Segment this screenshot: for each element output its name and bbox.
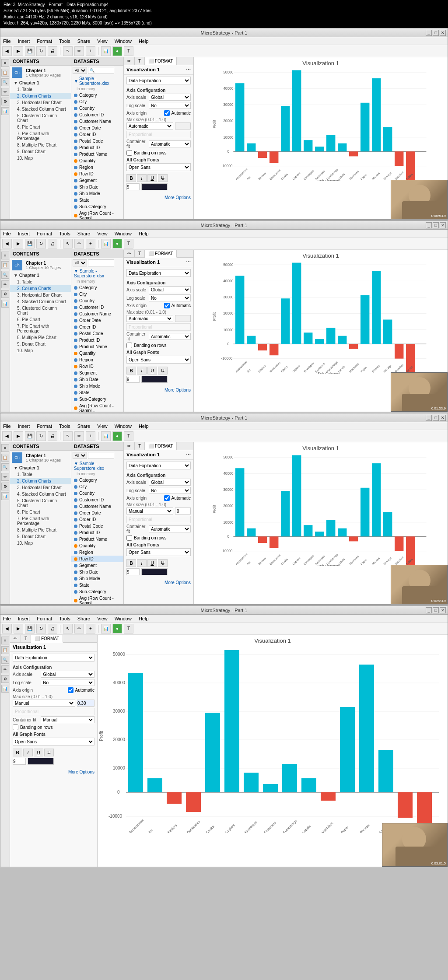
contents-pie-pct-1[interactable]: 7. Pie Chart with Percentage xyxy=(10,130,71,142)
toolbar-save-4[interactable]: 💾 xyxy=(25,624,35,634)
container-fit-select-3[interactable]: Automatic xyxy=(149,525,191,532)
ds-customername-3[interactable]: Customer Name xyxy=(71,503,123,510)
menu-window-2[interactable]: Window xyxy=(114,231,133,236)
bold-btn-2[interactable]: B xyxy=(126,367,136,374)
menu-tools-2[interactable]: Tools xyxy=(58,231,71,236)
ds-country-2[interactable]: Country xyxy=(71,298,123,304)
menu-tools-4[interactable]: Tools xyxy=(58,616,71,621)
italic-btn-4[interactable]: I xyxy=(23,749,33,756)
toolbar-edit-3[interactable]: ✏ xyxy=(74,431,84,441)
nav-icon-3[interactable]: 🔍 xyxy=(1,78,9,86)
font-size-input-4[interactable] xyxy=(13,758,26,765)
toolbar-back-1[interactable]: ◀ xyxy=(2,46,12,56)
toolbar-green-2[interactable]: ● xyxy=(112,239,122,248)
ds-shipdate-3[interactable]: Ship Date xyxy=(71,569,123,575)
tab-t-4[interactable]: T xyxy=(21,635,31,642)
ds-shipmode-2[interactable]: Ship Mode xyxy=(71,383,123,389)
container-fit-select-1[interactable]: Automatic xyxy=(149,140,191,147)
max-size-input-4[interactable] xyxy=(77,700,94,707)
ds-qty-1[interactable]: Quantity xyxy=(71,158,123,164)
ds-qty-2[interactable]: Quantity xyxy=(71,350,123,357)
menu-file-3[interactable]: File xyxy=(2,424,12,429)
ds-avg-1[interactable]: Avg (Row Count - Sampl... xyxy=(71,210,123,219)
close-btn-4[interactable]: ✕ xyxy=(440,607,446,613)
toolbar-cursor-1[interactable]: ↖ xyxy=(63,46,73,56)
ds-city-3[interactable]: City xyxy=(71,483,123,490)
ds-productid-3[interactable]: Product ID xyxy=(71,529,123,536)
ds-avg-2[interactable]: Avg (Row Count - Sampl... xyxy=(71,402,123,412)
contents-table-1[interactable]: 1. Table xyxy=(10,86,71,93)
toolbar-text-1[interactable]: T xyxy=(124,46,133,56)
ds-shipmode-3[interactable]: Ship Mode xyxy=(71,575,123,582)
max-size-input-2[interactable] xyxy=(175,315,191,322)
menu-help-4[interactable]: Help xyxy=(138,616,150,621)
max-size-input-3[interactable] xyxy=(175,508,191,514)
tab-format-4[interactable]: ⬜ FORMAT xyxy=(31,635,63,643)
tab-pencil-4[interactable]: ✏ xyxy=(10,635,21,642)
ds-region-1[interactable]: Region xyxy=(71,164,123,171)
ds-country-3[interactable]: Country xyxy=(71,490,123,497)
ds-customername-1[interactable]: Customer Name xyxy=(71,118,123,125)
ds-postal-3[interactable]: Postal Code xyxy=(71,523,123,529)
menu-share-3[interactable]: Share xyxy=(77,424,91,429)
contents-donut-2[interactable]: 9. Donut Chart xyxy=(10,341,71,347)
underline-btn-3[interactable]: U xyxy=(147,559,157,567)
menu-view-4[interactable]: View xyxy=(96,616,108,621)
contents-pie-pct-3[interactable]: 7. Pie Chart with Percentage xyxy=(10,515,71,527)
nav-icon-2[interactable]: 📋 xyxy=(1,69,9,77)
nav-icon-4-1[interactable]: ≡ xyxy=(1,637,9,644)
menu-file-1[interactable]: File xyxy=(2,38,12,44)
underline-btn-2[interactable]: U xyxy=(147,367,157,374)
nav-icon-4[interactable]: ✏ xyxy=(1,88,9,96)
ds-category-1[interactable]: Category xyxy=(71,92,123,98)
nav-icon-2-6[interactable]: 📊 xyxy=(1,300,9,308)
toolbar-refresh-3[interactable]: ↻ xyxy=(36,431,46,441)
ds-postal-2[interactable]: Postal Code xyxy=(71,330,123,337)
menu-tools-3[interactable]: Tools xyxy=(58,424,71,429)
italic-btn-2[interactable]: I xyxy=(137,367,147,374)
menu-share-2[interactable]: Share xyxy=(77,231,91,236)
menu-insert-3[interactable]: Insert xyxy=(17,424,31,429)
toolbar-green-1[interactable]: ● xyxy=(112,46,122,56)
ds-region-3[interactable]: Region xyxy=(71,549,123,556)
underline-btn-4[interactable]: U xyxy=(34,749,43,756)
ds-category-3[interactable]: Category xyxy=(71,477,123,483)
font-size-input-1[interactable] xyxy=(126,183,140,190)
ds-shipmode-1[interactable]: Ship Mode xyxy=(71,190,123,197)
banding-cb-1[interactable] xyxy=(126,150,132,156)
toolbar-fwd-2[interactable]: ▶ xyxy=(14,239,23,248)
contents-column-charts-2[interactable]: 2. Column Charts xyxy=(10,285,71,292)
nav-icon-2-5[interactable]: ⚙ xyxy=(1,290,9,298)
nav-icon-3-1[interactable]: ≡ xyxy=(1,444,9,452)
dataset-search-input-1[interactable] xyxy=(88,67,114,74)
contents-multi-pie-1[interactable]: 8. Multiple Pie Chart xyxy=(10,142,71,148)
menu-share-1[interactable]: Share xyxy=(77,38,91,44)
strikethrough-btn-4[interactable]: U xyxy=(44,749,54,756)
ds-subcat-1[interactable]: Sub-Category xyxy=(71,203,123,210)
menu-help-2[interactable]: Help xyxy=(138,231,150,236)
ds-postal-1[interactable]: Postal Code xyxy=(71,138,123,144)
contents-donut-3[interactable]: 9. Donut Chart xyxy=(10,533,71,540)
ds-state-3[interactable]: State xyxy=(71,582,123,588)
contents-pie-2[interactable]: 6. Pie Chart xyxy=(10,316,71,323)
menu-window-4[interactable]: Window xyxy=(114,616,133,621)
minimize-btn-4[interactable]: _ xyxy=(426,607,432,613)
contents-table-3[interactable]: 1. Table xyxy=(10,471,71,478)
close-btn-1[interactable]: ✕ xyxy=(440,30,446,36)
font-select-2[interactable]: Open Sans xyxy=(126,356,191,364)
toolbar-back-2[interactable]: ◀ xyxy=(2,239,12,248)
ds-category-2[interactable]: Category xyxy=(71,284,123,291)
font-select-3[interactable]: Open Sans xyxy=(126,548,191,556)
strikethrough-btn-2[interactable]: U xyxy=(158,367,168,374)
nav-icon-4-4[interactable]: ✏ xyxy=(1,665,9,673)
data-type-select-4[interactable]: Data Exploration xyxy=(13,654,94,662)
ds-state-1[interactable]: State xyxy=(71,197,123,203)
ds-city-2[interactable]: City xyxy=(71,291,123,298)
ds-segment-3[interactable]: Segment xyxy=(71,562,123,569)
nav-icon-4-3[interactable]: 🔍 xyxy=(1,656,9,664)
bold-btn-3[interactable]: B xyxy=(126,559,136,567)
toolbar-save-2[interactable]: 💾 xyxy=(25,239,35,248)
toolbar-add-3[interactable]: + xyxy=(86,431,95,441)
contents-multi-pie-3[interactable]: 8. Multiple Pie Chart xyxy=(10,527,71,533)
data-type-select-1[interactable]: Data Exploration xyxy=(126,77,191,84)
